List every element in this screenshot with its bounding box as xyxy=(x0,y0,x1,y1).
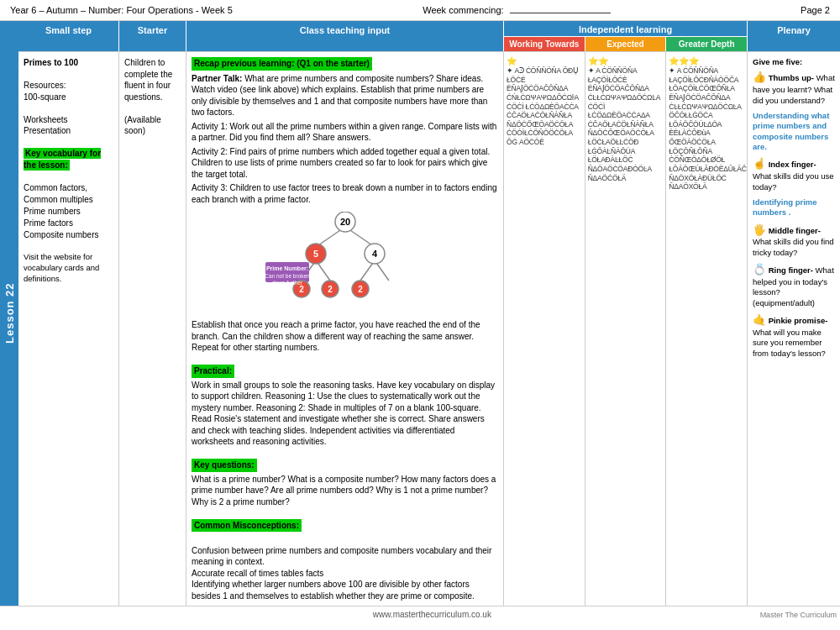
ring-label: Ring finger- xyxy=(769,265,813,275)
svg-text:2: 2 xyxy=(299,285,304,294)
page-number: Page 2 xyxy=(801,5,830,15)
vocab-list: Common factors, Common multiples Prime n… xyxy=(24,182,113,241)
gd-stars: ⭐⭐⭐ xyxy=(669,55,744,66)
thumbs-emoji: 👍 xyxy=(753,71,766,83)
index-label: Index finger- xyxy=(769,160,816,169)
table-container: Small step Starter Class teaching input … xyxy=(18,21,840,606)
wt-content: ✦ ΑϿ ĊÖŇŇÖŇΑ ÔÐỤ ŁÖĊĖ ĖŇΑͿÖĊÖΑČÔŇΔΑ ĊŃŁĊ… xyxy=(507,66,582,147)
header-class-teaching: Class teaching input xyxy=(186,21,504,51)
cell-small-step: Primes to 100 Resources: 100-square Work… xyxy=(18,52,119,606)
thumbs-label: Thumbs up- xyxy=(769,73,814,82)
plenary-middle: 🖐 Middle finger- What skills did you fin… xyxy=(753,223,835,259)
key-vocab-highlight: Key vocabulary for the lesson: xyxy=(24,148,101,171)
indep-sub-headers: Working Towards Expected Greater Depth xyxy=(504,37,747,51)
svg-text:down further: down further xyxy=(271,280,302,286)
key-vocab-label: Key vocabulary for the lesson: xyxy=(24,148,113,171)
cell-plenary: Give me five: 👍 Thumbs up- What have you… xyxy=(748,52,840,606)
recap-label: Recap previous learning: (Q1 on the star… xyxy=(192,57,372,71)
vocab-item-5: Composite numbers xyxy=(24,229,113,241)
index-highlight-text: Identifying prime numbers . xyxy=(753,197,817,217)
establish-text: Establish that once you reach a prime fa… xyxy=(192,319,498,354)
cell-class-teaching: Recap previous learning: (Q1 on the star… xyxy=(186,52,504,606)
middle-text: What skills did you find tricky today? xyxy=(753,237,834,256)
activity2: Activity 2: Find pairs of prime numbers … xyxy=(192,146,498,181)
plenary-thumbs: 👍 Thumbs up- What have you learnt? What … xyxy=(753,71,835,106)
main-content: Lesson 22 Small step Starter Class teach… xyxy=(0,21,840,606)
pinkie-label: Pinkie promise- xyxy=(769,316,828,325)
plenary-pinkie: 🤙 Pinkie promise- What will you make sur… xyxy=(753,313,835,359)
svg-text:5: 5 xyxy=(312,249,318,259)
header-plenary: Plenary xyxy=(748,21,840,51)
sub-working-towards: Working Towards xyxy=(504,37,585,51)
plenary-index: ☝️ Index finger- What skills did you use… xyxy=(753,157,835,192)
page-wrapper: Year 6 – Autumn – Number: Four Operation… xyxy=(0,0,840,630)
practical-section: Practical: xyxy=(192,365,498,378)
vocab-item-3: Prime numbers xyxy=(24,206,113,218)
gd-content: ✦ Α ĊÖŇŇÖŇΑ ŁΑÇÖÌŁÔĊÐŇÀÒÖČΑ ŁÖΑÇÖÌŁĊÖŒÔÑ… xyxy=(669,66,744,192)
svg-text:Prime Number:: Prime Number: xyxy=(265,265,307,271)
page-title: Year 6 – Autumn – Number: Four Operation… xyxy=(10,5,233,15)
resources-items: 100-square xyxy=(24,92,113,103)
footer: www.masterthecurriculum.co.uk Master The… xyxy=(0,606,840,622)
sub-expected: Expected xyxy=(585,37,667,51)
indep-header-label: Independent learning xyxy=(504,21,747,37)
activity1: Activity 1: Work out all the prime numbe… xyxy=(192,121,498,144)
pinkie-text: What will you make sure you remember fro… xyxy=(753,328,826,358)
starter-text: Children to complete the fluent in four … xyxy=(124,57,181,102)
partner-talk-label: Partner Talk: xyxy=(192,74,242,83)
resources-label: Resources: xyxy=(24,80,113,92)
col-working-towards: ⭐ ✦ ΑϿ ĊÖŇŇÖŇΑ ÔÐỤ ŁÖĊĖ ĖŇΑͿÖĊÖΑČÔŇΔΑ ĊŃ… xyxy=(504,52,585,606)
factor-tree: 20 5 4 Prime Number: Can not be broken xyxy=(261,212,429,312)
middle-emoji: 🖐 xyxy=(753,223,766,236)
key-questions-section: Key questions: xyxy=(192,459,498,472)
partner-talk: Partner Talk: What are prime numbers and… xyxy=(192,73,498,118)
misconceptions-label: Common Misconceptions: xyxy=(192,519,302,533)
exp-stars: ⭐⭐ xyxy=(588,55,664,66)
plenary-intro: Give me five: xyxy=(753,57,835,67)
presentation: Presentation xyxy=(24,125,113,137)
key-questions-label: Key questions: xyxy=(192,459,257,472)
svg-text:2: 2 xyxy=(328,285,333,294)
misconceptions-section: Common Misconceptions: xyxy=(192,519,498,533)
cell-starter: Children to complete the fluent in four … xyxy=(119,52,186,606)
header-small-step: Small step xyxy=(18,21,119,51)
week-label: Week commencing: xyxy=(423,5,610,15)
pinkie-emoji: 🤙 xyxy=(753,313,766,326)
body-row: Primes to 100 Resources: 100-square Work… xyxy=(18,51,840,606)
svg-text:2: 2 xyxy=(358,285,363,294)
factor-tree-svg: 20 5 4 Prime Number: Can not be broken xyxy=(261,212,429,312)
sub-greater-depth: Greater Depth xyxy=(666,37,747,51)
practical-label: Practical: xyxy=(192,365,234,378)
key-questions-text: What is a prime number? What is a compos… xyxy=(192,474,498,508)
indep-body-cols: ⭐ ✦ ΑϿ ĊÖŇŇÖŇΑ ÔÐỤ ŁÖĊĖ ĖŇΑͿÖĊÖΑČÔŇΔΑ ĊŃ… xyxy=(504,52,747,606)
worksheets: Worksheets xyxy=(24,114,113,126)
index-emoji: ☝️ xyxy=(753,157,766,170)
vocab-item-2: Common multiples xyxy=(24,194,113,206)
plenary-ring: 💍 Ring finger- What helped you in today'… xyxy=(753,263,835,308)
plenary-thumbs-highlight: Understanding what prime numbers and com… xyxy=(753,111,835,152)
practical-text: Work in small groups to sole the reasoni… xyxy=(192,380,498,448)
small-step-title: Primes to 100 xyxy=(24,57,113,69)
col-greater-depth: ⭐⭐⭐ ✦ Α ĊÖŇŇÖŇΑ ŁΑÇÖÌŁÔĊÐŇÀÒÖČΑ ŁÖΑÇÖÌŁĊ… xyxy=(666,52,747,606)
footer-brand: Master The Curriculum xyxy=(760,611,837,619)
vocab-item-4: Prime factors xyxy=(24,218,113,229)
cell-independent: ⭐ ✦ ΑϿ ĊÖŇŇÖŇΑ ÔÐỤ ŁÖĊĖ ĖŇΑͿÖĊÖΑČÔŇΔΑ ĊŃ… xyxy=(504,52,748,606)
top-bar: Year 6 – Autumn – Number: Four Operation… xyxy=(0,0,840,21)
visit-text: Visit the website for vocabulary cards a… xyxy=(24,252,113,284)
footer-url: www.masterthecurriculum.co.uk xyxy=(373,610,491,619)
week-line xyxy=(510,13,611,13)
misconceptions-text: Confusion between prime numbers and comp… xyxy=(192,533,498,601)
header-independent: Independent learning Working Towards Exp… xyxy=(504,21,748,51)
lesson-strip: Lesson 22 xyxy=(0,21,18,606)
thumbs-highlight-text: Understanding what prime numbers and com… xyxy=(753,111,829,151)
vocab-item-1: Common factors, xyxy=(24,182,113,194)
starter-available: (Available soon) xyxy=(124,114,181,137)
header-starter: Starter xyxy=(119,21,186,51)
ring-emoji: 💍 xyxy=(753,263,766,276)
header-row: Small step Starter Class teaching input … xyxy=(18,21,840,51)
svg-text:20: 20 xyxy=(339,217,349,227)
index-text: What skills did you use today? xyxy=(753,171,834,191)
svg-text:Can not be broken: Can not be broken xyxy=(265,273,310,279)
activity3: Activity 3: Children to use factor trees… xyxy=(192,182,498,205)
svg-text:4: 4 xyxy=(371,249,377,259)
